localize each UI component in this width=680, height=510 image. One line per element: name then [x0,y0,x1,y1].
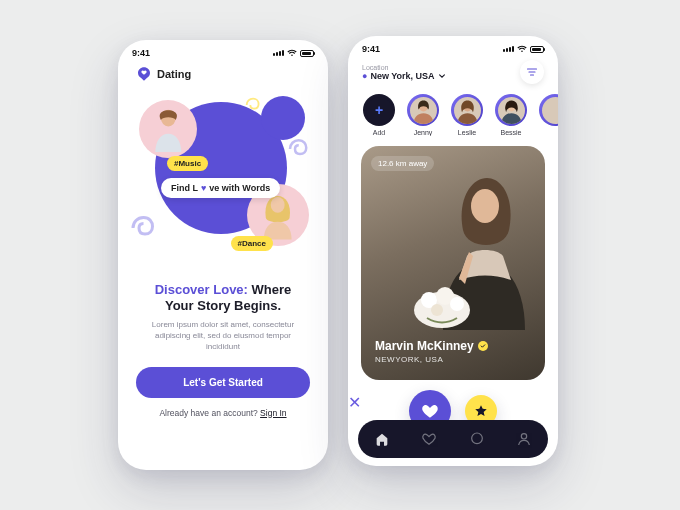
flowers-icon [407,270,477,330]
signin-link[interactable]: Sign In [260,408,286,418]
pin-icon: ● [362,71,367,81]
status-indicators [273,49,314,57]
brand-logo-icon [136,66,152,82]
headline-line2: Your Story Begins. [118,298,328,313]
tab-chat-icon[interactable] [469,431,485,447]
swirl-decor [285,134,315,164]
status-bar: 9:41 [348,36,558,58]
status-bar: 9:41 [118,40,328,62]
profile-name: Marvin McKinney [375,339,488,353]
get-started-button[interactable]: Let's Get Started [136,367,310,398]
headline-accent: Discover Love: [155,282,248,297]
tab-likes-icon[interactable] [421,431,437,447]
hero-illustration: #Music Find L♥ve with Words #Dance [133,92,313,272]
story-item[interactable]: Leslie [450,94,484,136]
tag-dance: #Dance [231,236,273,251]
star-icon [474,404,488,418]
distance-badge: 12.6 km away [371,156,434,171]
wifi-icon [517,45,527,53]
discover-screen: 9:41 Location ● New York, USA [348,36,558,466]
location-row: Location ● New York, USA [348,58,558,84]
chevron-down-icon [438,72,446,80]
brand-row: Dating [118,62,328,82]
svg-point-5 [471,189,499,223]
heart-icon [421,402,439,420]
story-item[interactable] [538,94,558,136]
plus-icon: + [366,97,393,124]
battery-icon [300,50,314,57]
story-item[interactable]: Jenny [406,94,440,136]
svg-point-12 [522,434,527,439]
filter-icon [526,66,538,78]
svg-point-1 [271,197,285,213]
tag-music: #Music [167,156,208,171]
tab-profile-icon[interactable] [516,431,532,447]
tab-bar [358,420,548,458]
stories-row[interactable]: + Add Jenny Leslie Bessie [348,84,558,136]
brand-name: Dating [157,68,191,80]
location-picker[interactable]: ● New York, USA [362,71,446,81]
swirl-decor [127,210,163,246]
status-time: 9:41 [362,44,380,54]
card-info: Marvin McKinney NEWYORK, USA [375,339,488,364]
signal-icon [503,46,514,52]
hero-tagline-pill: Find L♥ve with Words [161,178,280,198]
subtext: Lorem ipsum dolor sit amet, consectetur … [118,313,328,353]
heart-icon: ♥ [201,183,206,193]
story-add[interactable]: + Add [362,94,396,136]
wifi-icon [287,49,297,57]
battery-icon [530,46,544,53]
status-time: 9:41 [132,48,150,58]
story-item[interactable]: Bessie [494,94,528,136]
filter-button[interactable] [520,60,544,84]
verified-badge-icon [478,341,488,351]
hero-avatar-1 [139,100,197,158]
tab-home-icon[interactable] [374,431,390,447]
profile-card[interactable]: 12.6 km away Marvin McKinney NEWYORK, US… [361,146,545,380]
status-indicators [503,45,544,53]
headline: Discover Love: Where [118,276,328,298]
signin-row: Already have an account? Sign In [118,398,328,418]
location-label: Location [362,64,446,71]
svg-point-9 [450,297,464,311]
swirl-decor [243,94,265,116]
svg-point-10 [431,304,443,316]
profile-city: NEWYORK, USA [375,355,488,364]
onboarding-screen: 9:41 Dating #Music Find L♥v [118,40,328,470]
signal-icon [273,50,284,56]
